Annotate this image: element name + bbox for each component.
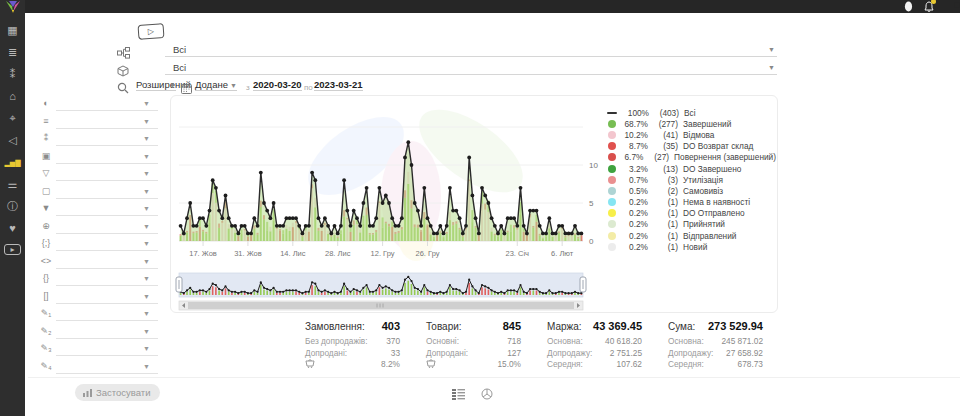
legend-line-swatch (607, 112, 617, 114)
filter-row-select[interactable]: ▼ (56, 184, 158, 199)
legend-label: Новий (683, 242, 707, 252)
cart-icon[interactable]: ⌖ (4, 112, 21, 125)
search-icon[interactable] (117, 80, 130, 93)
legend-item[interactable]: 10.2%(41)Відмова (608, 129, 776, 140)
legend-item[interactable]: 100%(403)Всі (608, 107, 776, 118)
filter-row-icon: ▢ (38, 186, 54, 196)
legend-label: Всі (684, 108, 696, 118)
legend-label: Завершений (683, 119, 731, 129)
legend-item[interactable]: 0.2%(1)Новий (608, 241, 776, 252)
legend-count: (27) (647, 152, 669, 162)
date-type-dropdown[interactable]: Додане ▼ (195, 79, 237, 91)
product-filter[interactable]: Всі ▼ (165, 61, 777, 75)
video-icon[interactable]: ▸ (4, 244, 21, 255)
legend-label: DO Завершено (683, 164, 741, 174)
filter-row-select[interactable]: ▼ (56, 114, 158, 129)
legend-item[interactable]: 0.2%(1)Відправлений (608, 230, 776, 241)
svg-text:17. Жов: 17. Жов (189, 249, 217, 258)
filter-row-select[interactable]: ▼ (56, 341, 158, 356)
orders-list-icon[interactable]: ≣ (4, 46, 21, 59)
filter-row-icon: {} (38, 273, 54, 283)
legend-percent: 68.7% (620, 119, 648, 129)
legend-percent: 10.2% (620, 130, 648, 140)
info-icon[interactable]: ⓘ (4, 200, 21, 213)
video-help-icon[interactable]: ▷ (138, 23, 165, 40)
legend-item[interactable]: 6.7%(27)Повернення (завершений) (608, 152, 776, 163)
filter-row-select[interactable]: ▼ (56, 201, 158, 216)
hierarchy-icon (117, 45, 130, 58)
apply-button[interactable]: Застосувати (75, 384, 160, 401)
svg-text:31. Жов: 31. Жов (234, 249, 262, 258)
profile-icon[interactable] (903, 1, 914, 12)
brush-area (179, 273, 583, 297)
legend-item[interactable]: 0.7%(3)Утилізація (608, 174, 776, 185)
chevron-down-icon: ▼ (143, 345, 150, 352)
filter-row: ≡▼ (28, 114, 160, 131)
filter-row-icon: ≡ (38, 116, 54, 126)
store-icon[interactable]: ⌂ (4, 90, 21, 103)
stats-row-label (426, 359, 436, 371)
chevron-down-icon: ▼ (143, 240, 150, 247)
legend-count: (1) (652, 219, 678, 229)
filter-row-select[interactable]: ▼ (56, 359, 158, 374)
stats-column: Замовлення:403Без допродажів:370Допродан… (305, 320, 400, 371)
avatar-icon[interactable] (943, 1, 954, 12)
users-icon[interactable]: ⁑ (4, 68, 21, 81)
legend-item[interactable]: 0.2%(1)DO Отправлено (608, 208, 776, 219)
legend-percent: 6.7% (620, 152, 643, 162)
date-type-value: Додане (195, 79, 228, 90)
legend-color-swatch (608, 165, 616, 173)
megaphone-icon[interactable]: ◁ (4, 134, 21, 147)
legend-item[interactable]: 8.7%(35)DO Возврат склад (608, 141, 776, 152)
svg-text:26. Гру: 26. Гру (415, 249, 439, 258)
sliders-icon[interactable]: ⚌ (4, 178, 21, 191)
heart-icon[interactable]: ♥ (4, 222, 21, 235)
filter-row-select[interactable]: ▼ (56, 289, 158, 304)
status-filter[interactable]: Всі ▼ (165, 43, 777, 57)
legend-count: (1) (652, 231, 678, 241)
notifications-bell-icon[interactable] (923, 1, 934, 12)
filter-row-icon: ✎₃ (38, 343, 54, 353)
bar-chart-icon[interactable]: ▂▅▇ (4, 156, 21, 169)
filter-row: ✎₂▼ (28, 324, 160, 341)
dashboard-icon[interactable]: ▦ (4, 24, 21, 37)
filter-row-select[interactable]: ▼ (56, 219, 158, 234)
date-to-label: по (304, 83, 313, 92)
upsell-basket-icon (426, 359, 436, 368)
filter-row-select[interactable]: ▼ (56, 149, 158, 164)
filter-row-select[interactable]: ▼ (56, 96, 158, 111)
filter-row-select[interactable]: ▼ (56, 236, 158, 251)
stats-row-label: Основні: (426, 336, 459, 348)
stats-row-value: 8.2% (381, 359, 400, 371)
filter-row-icon: ⊕ (38, 221, 54, 231)
legend-color-swatch (608, 232, 616, 240)
legend-item[interactable]: 0.5%(2)Самовивіз (608, 185, 776, 196)
legend-item[interactable]: 0.2%(1)Прийнятий (608, 219, 776, 230)
stats-row-label: Допродані: (426, 348, 468, 360)
chevron-down-icon: ▼ (143, 118, 150, 125)
app-logo[interactable] (4, 0, 22, 18)
legend-color-swatch (608, 142, 616, 150)
date-from-input[interactable]: 2020-03-20 (253, 79, 302, 91)
pie-view-icon[interactable] (481, 386, 494, 398)
legend-count: (2) (652, 186, 678, 196)
legend-item[interactable]: 0.2%(1)Нема в наявності (608, 197, 776, 208)
chart-legend: 100%(403)Всі68.7%(277)Завершений10.2%(41… (608, 107, 776, 252)
search-mode-dropdown[interactable]: Розширений ▼ (136, 79, 176, 91)
filter-row-select[interactable]: ▼ (56, 254, 158, 269)
legend-label: Нема в наявності (683, 197, 750, 207)
filter-row-select[interactable]: ▼ (56, 324, 158, 339)
filter-row-select[interactable]: ▼ (56, 271, 158, 286)
date-to-input[interactable]: 2023-03-21 (314, 79, 363, 91)
filter-row-select[interactable]: ▼ (56, 166, 158, 181)
table-view-icon[interactable] (452, 386, 465, 398)
filter-row-select[interactable]: ▼ (56, 131, 158, 146)
stats-row-value: 27 658.92 (726, 348, 763, 360)
legend-color-swatch (608, 198, 616, 206)
legend-percent: 0.2% (620, 197, 648, 207)
filter-row-select[interactable]: ▼ (56, 306, 158, 321)
stats-row-label: Основна: (547, 336, 583, 348)
legend-item[interactable]: 68.7%(277)Завершений (608, 118, 776, 129)
stats-value: 845 (503, 320, 521, 332)
legend-item[interactable]: 3.2%(13)DO Завершено (608, 163, 776, 174)
